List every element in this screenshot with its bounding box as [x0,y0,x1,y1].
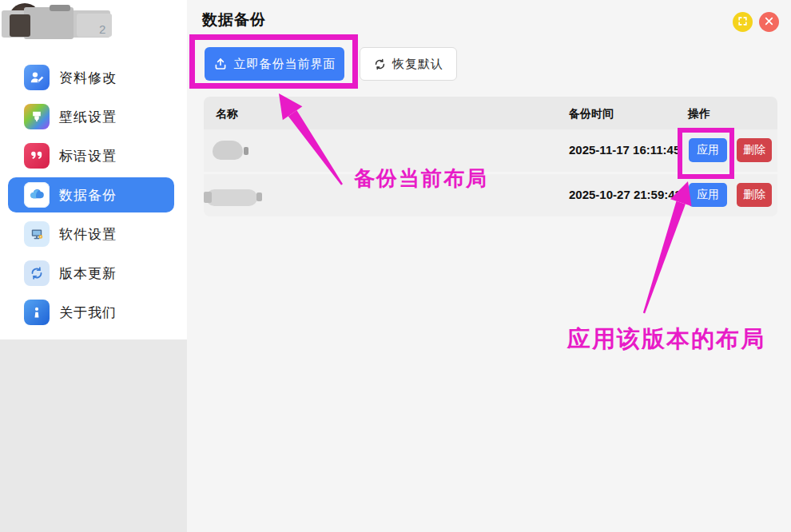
close-button[interactable] [759,12,779,32]
redacted-backup-name [206,189,257,206]
sidebar-item-label: 标语设置 [59,147,117,165]
sidebar-item-label: 数据备份 [59,186,117,204]
software-settings-icon [24,221,50,247]
apply-button[interactable]: 应用 [689,138,727,162]
delete-button[interactable]: 删除 [737,183,772,207]
profile-edit-icon [24,65,50,90]
sidebar-item-version-update[interactable]: 版本更新 [8,256,174,291]
refresh-icon [373,58,387,71]
wallpaper-settings-icon [24,104,50,129]
redacted-backup-name [213,141,243,160]
maximize-icon [737,15,748,30]
sidebar-item-slogan[interactable]: 标语设置 [8,138,174,173]
sidebar-item-wallpaper[interactable]: 壁纸设置 [8,99,174,134]
sidebar-item-data-backup[interactable]: 数据备份 [8,177,174,212]
backup-time: 2025-10-27 21:59:43 [569,188,682,201]
annotation-apply-layout: 应用该版本的布局 [567,324,765,355]
maximize-button[interactable] [733,12,753,32]
sidebar-item-label: 关于我们 [59,304,117,322]
sidebar-item-about-us[interactable]: 关于我们 [8,295,174,330]
redacted-username [24,7,74,39]
restore-default-label: 恢复默认 [392,57,443,72]
arrow-to-apply-button-shaft [643,201,686,314]
column-header-operation: 操作 [688,107,710,121]
slogan-settings-icon [24,143,50,169]
about-us-icon [24,300,50,325]
sidebar-item-label: 壁纸设置 [59,108,117,126]
redacted-username [77,14,112,37]
redacted-username [10,14,30,37]
redacted-backup-name [256,193,262,201]
delete-button[interactable]: 删除 [737,138,772,162]
sidebar-item-label: 版本更新 [59,264,117,283]
user-badge: 2 [99,22,105,36]
column-header-time: 备份时间 [569,107,614,121]
backup-table: 名称 备份时间 操作 2025-11-17 16:11:45 应用 删除 202… [204,97,777,216]
redacted-backup-name [244,147,248,155]
backup-now-button[interactable]: 立即备份当前界面 [205,47,344,81]
redacted-username [50,5,70,11]
redacted-backup-name [204,192,212,203]
sidebar-item-label: 资料修改 [59,69,117,87]
sidebar: 2 资料修改 [0,0,187,532]
upload-icon [213,57,228,71]
close-icon [764,15,774,30]
main-panel: 数据备份 立即备份当前界面 [187,0,791,532]
settings-window: 2 资料修改 [0,0,791,532]
backup-time: 2025-11-17 16:11:45 [569,143,680,157]
page-title: 数据备份 [202,10,266,30]
table-row: 2025-11-17 16:11:45 应用 删除 [204,129,777,172]
data-backup-icon [24,182,50,208]
restore-default-button[interactable]: 恢复默认 [360,47,457,81]
version-update-icon [24,260,50,286]
sidebar-item-label: 软件设置 [59,225,117,244]
table-header: 名称 备份时间 操作 [204,97,777,129]
sidebar-nav: 资料修改 壁纸设置 [0,60,187,334]
sidebar-item-profile-edit[interactable]: 资料修改 [8,60,174,95]
table-row: 2025-10-27 21:59:43 应用 删除 [204,174,777,216]
sidebar-panel: 2 资料修改 [0,0,187,339]
sidebar-item-software-settings[interactable]: 软件设置 [8,216,174,252]
backup-now-label: 立即备份当前界面 [234,57,336,72]
apply-button[interactable]: 应用 [689,183,727,207]
column-header-name: 名称 [216,107,238,121]
